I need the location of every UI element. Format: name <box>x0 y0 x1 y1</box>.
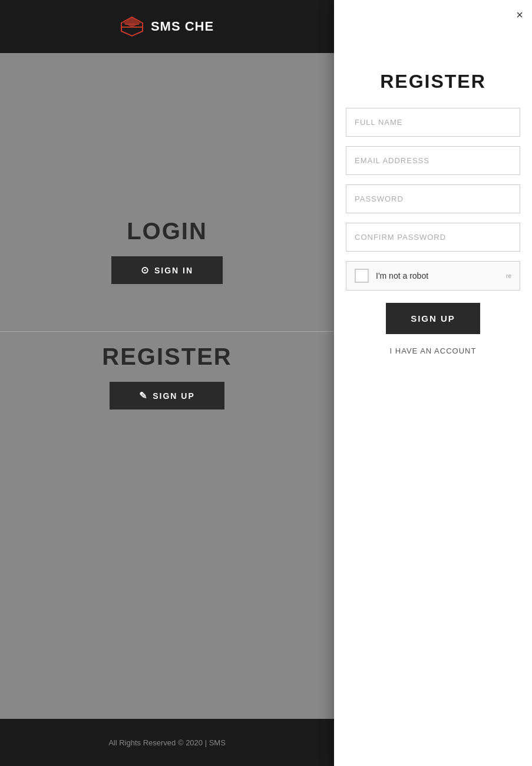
recaptcha-checkbox[interactable] <box>355 269 369 283</box>
sign-up-label: SIGN UP <box>153 391 195 401</box>
recaptcha-branding: re <box>506 273 511 279</box>
footer-copyright: All Rights Reserved © 2020 | SMS <box>108 738 226 747</box>
svg-marker-2 <box>123 17 141 27</box>
main-content: LOGIN ⊙ SIGN IN REGISTER ✎ SIGN UP <box>0 53 334 713</box>
login-section: LOGIN ⊙ SIGN IN <box>111 218 223 284</box>
modal-title: REGISTER <box>380 71 486 93</box>
login-title: LOGIN <box>127 218 207 245</box>
full-name-input[interactable] <box>346 108 520 137</box>
password-input[interactable] <box>346 184 520 213</box>
email-input[interactable] <box>346 146 520 175</box>
page-footer: All Rights Reserved © 2020 | SMS <box>0 719 334 766</box>
signup-button[interactable]: SIGN UP <box>386 303 480 334</box>
top-navigation: SMS CHE <box>0 0 334 53</box>
have-account-link[interactable]: I HAVE AN ACCOUNT <box>390 346 477 355</box>
recaptcha-label: I'm not a robot <box>376 271 428 280</box>
pencil-icon: ✎ <box>139 390 148 401</box>
recaptcha-widget: I'm not a robot re <box>346 261 520 290</box>
register-modal: × REGISTER I'm not a robot re SIGN UP I … <box>334 0 532 766</box>
brand-name: SMS CHE <box>151 19 214 34</box>
modal-close-button[interactable]: × <box>516 9 523 21</box>
sign-in-label: SIGN IN <box>154 266 193 275</box>
sign-in-button[interactable]: ⊙ SIGN IN <box>111 256 223 284</box>
sign-up-bg-button[interactable]: ✎ SIGN UP <box>110 382 224 410</box>
brand-logo-icon <box>120 16 144 37</box>
confirm-password-input[interactable] <box>346 223 520 252</box>
section-divider <box>0 331 334 332</box>
register-bg-section: REGISTER ✎ SIGN UP <box>102 344 232 410</box>
modal-form-content: REGISTER I'm not a robot re SIGN UP I HA… <box>334 0 532 379</box>
user-circle-icon: ⊙ <box>141 265 150 276</box>
register-bg-title: REGISTER <box>102 344 232 370</box>
